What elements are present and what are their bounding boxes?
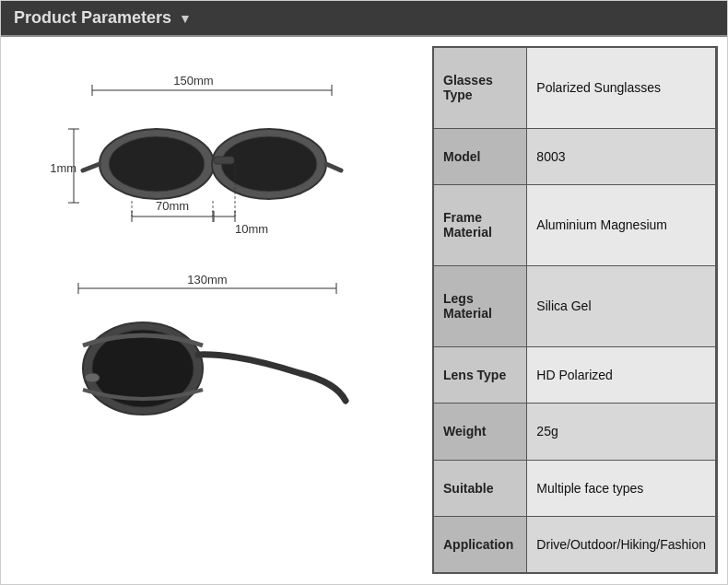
side-view-svg: 130mm xyxy=(51,272,392,456)
front-view-diagram: 150mm 41mm xyxy=(51,64,382,267)
spec-label: Legs Material xyxy=(434,265,527,346)
spec-label: Glasses Type xyxy=(434,48,527,128)
header-title: Product Parameters xyxy=(14,8,171,28)
spec-label: Application xyxy=(434,516,527,572)
svg-point-32 xyxy=(85,373,100,382)
main-content: 150mm 41mm xyxy=(1,37,727,583)
specs-table: Glasses TypePolarized SunglassesModel800… xyxy=(434,48,716,572)
spec-value: 25g xyxy=(527,404,716,460)
svg-point-9 xyxy=(109,136,205,192)
svg-text:130mm: 130mm xyxy=(187,273,227,287)
page-header: Product Parameters ▼ xyxy=(1,1,727,37)
spec-value: Polarized Sunglasses xyxy=(527,48,716,128)
specs-table-panel: Glasses TypePolarized SunglassesModel800… xyxy=(432,46,718,574)
spec-label: Lens Type xyxy=(434,346,527,403)
spec-row: Frame MaterialAluminium Magnesium xyxy=(434,184,716,265)
spec-value: 8003 xyxy=(527,128,716,184)
spec-label: Suitable xyxy=(434,460,527,516)
header-arrow: ▼ xyxy=(179,11,192,26)
spec-row: SuitableMultiple face types xyxy=(434,460,716,516)
spec-row: Lens TypeHD Polarized xyxy=(434,346,716,403)
svg-line-13 xyxy=(83,164,100,170)
svg-text:150mm: 150mm xyxy=(173,74,213,88)
spec-value: Multiple face types xyxy=(527,460,716,516)
spec-row: Legs MaterialSilica Gel xyxy=(434,265,716,346)
spec-value: Aluminium Magnesium xyxy=(527,184,716,265)
spec-label: Weight xyxy=(434,404,527,460)
side-view-diagram: 130mm xyxy=(51,272,382,465)
svg-text:41mm: 41mm xyxy=(51,161,76,175)
spec-row: Model8003 xyxy=(434,128,716,184)
spec-label: Frame Material xyxy=(434,184,527,265)
spec-row: Glasses TypePolarized Sunglasses xyxy=(434,48,716,128)
svg-line-14 xyxy=(326,164,341,170)
spec-value: Drive/Outdoor/Hiking/Fashion xyxy=(527,516,716,572)
svg-text:10mm: 10mm xyxy=(235,222,268,236)
spec-value: Silica Gel xyxy=(527,265,716,346)
left-panel: 150mm 41mm xyxy=(10,46,423,574)
page-wrapper: Product Parameters ▼ 150mm 41mm xyxy=(0,0,728,585)
svg-point-11 xyxy=(221,136,317,192)
svg-rect-12 xyxy=(214,157,234,164)
spec-label: Model xyxy=(434,128,527,184)
spec-row: Weight25g xyxy=(434,404,716,460)
spec-row: ApplicationDrive/Outdoor/Hiking/Fashion xyxy=(434,516,716,572)
spec-value: HD Polarized xyxy=(527,346,716,403)
front-view-svg: 150mm 41mm xyxy=(51,64,373,258)
svg-text:70mm: 70mm xyxy=(156,199,189,213)
